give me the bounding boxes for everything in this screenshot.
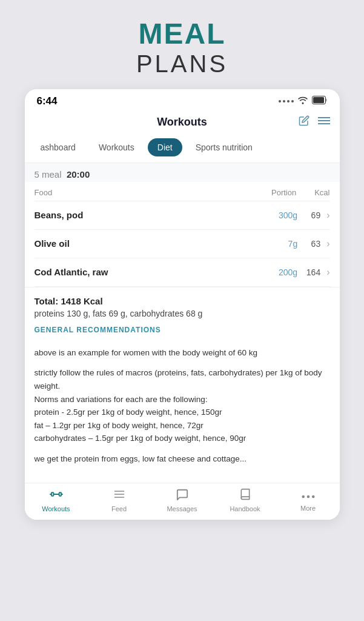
svg-point-14: [306, 495, 309, 498]
food-values: 200g 164 ›: [273, 267, 329, 278]
food-name: Cod Atlantic, raw: [35, 267, 108, 277]
nav-item-feed[interactable]: Feed: [101, 488, 137, 512]
food-portion: 200g: [273, 267, 297, 277]
col-portion-kcal-labels: Portion Kcal: [271, 188, 330, 197]
food-kcal: 69: [303, 210, 320, 220]
menu-icon[interactable]: [318, 116, 330, 129]
page-title-meal: MEAL: [136, 18, 228, 50]
bottom-nav: Workouts Feed Messages: [25, 483, 340, 520]
table-row[interactable]: Cod Atlantic, raw 200g 164 ›: [35, 258, 330, 287]
battery-icon: [312, 96, 328, 107]
header-title: Workouts: [157, 116, 207, 129]
recommendation-p3: we get the protein from eggs, low fat ch…: [35, 452, 330, 466]
tab-workouts[interactable]: Workouts: [89, 138, 144, 156]
nav-workouts-label: Workouts: [42, 505, 70, 512]
macros-line: proteins 130 g, fats 69 g, carbohydrates…: [35, 309, 330, 318]
tab-sports-nutrition[interactable]: Sports nutrition: [186, 138, 262, 156]
meal-number: 5 meal: [35, 169, 62, 180]
page-title-container: MEAL PLANS: [136, 18, 228, 77]
tab-diet[interactable]: Diet: [148, 138, 182, 156]
phone-frame: 6:44 Workouts: [25, 89, 340, 520]
meal-time-value: 20:00: [67, 169, 90, 180]
more-icon: [302, 489, 315, 503]
food-table-header: Food Portion Kcal: [35, 182, 330, 201]
col-portion-label: Portion: [271, 188, 296, 197]
nav-item-more[interactable]: More: [290, 489, 326, 512]
food-portion: 7g: [273, 239, 297, 249]
nav-item-handbook[interactable]: Handbook: [227, 488, 263, 512]
nav-feed-label: Feed: [111, 505, 127, 512]
workouts-icon: [50, 488, 63, 503]
page-title-plans: PLANS: [136, 50, 228, 77]
status-icons: [279, 96, 328, 107]
svg-point-15: [311, 495, 314, 498]
header-actions: [299, 115, 330, 129]
chevron-right-icon: ›: [326, 210, 329, 221]
nav-more-label: More: [300, 505, 316, 512]
nav-item-workouts[interactable]: Workouts: [38, 488, 74, 512]
food-name: Beans, pod: [35, 210, 84, 220]
table-row[interactable]: Olive oil 7g 63 ›: [35, 230, 330, 258]
food-values: 300g 69 ›: [273, 210, 329, 221]
svg-point-13: [302, 495, 305, 498]
nav-item-messages[interactable]: Messages: [164, 488, 200, 512]
meal-header: 5 meal 20:00: [35, 169, 330, 180]
wifi-icon: [297, 96, 308, 107]
svg-rect-1: [313, 97, 324, 103]
signal-icon: [279, 100, 294, 102]
edit-icon[interactable]: [299, 115, 309, 129]
nav-tabs: ashboard Workouts Diet Sports nutrition: [25, 135, 340, 163]
table-row[interactable]: Beans, pod 300g 69 ›: [35, 201, 330, 230]
food-values: 7g 63 ›: [273, 238, 329, 249]
feed-icon: [113, 488, 125, 503]
recommendation-p2: strictly follow the rules of macros (pro…: [35, 366, 330, 445]
food-portion: 300g: [273, 210, 297, 220]
status-bar: 6:44: [25, 89, 340, 111]
handbook-icon: [239, 488, 251, 503]
total-kcal: Total: 1418 Kcal: [35, 296, 330, 306]
food-table: Food Portion Kcal Beans, pod 300g 69 › O…: [25, 182, 340, 287]
meal-section: 5 meal 20:00: [25, 163, 340, 182]
tab-dashboard[interactable]: ashboard: [31, 138, 85, 156]
recommendation-p1: above is an example for women with the b…: [35, 346, 330, 360]
chevron-right-icon: ›: [326, 267, 329, 278]
col-food-label: Food: [35, 188, 53, 197]
chevron-right-icon: ›: [326, 238, 329, 249]
app-header: Workouts: [25, 111, 340, 135]
status-time: 6:44: [37, 95, 58, 107]
food-name: Olive oil: [35, 238, 70, 249]
totals-section: Total: 1418 Kcal proteins 130 g, fats 69…: [25, 287, 340, 346]
recommendations-heading: GENERAL RECOMMENDATIONS: [35, 326, 330, 334]
food-kcal: 63: [303, 239, 320, 249]
food-kcal: 164: [303, 267, 320, 277]
col-kcal-label: Kcal: [314, 188, 329, 197]
messages-icon: [176, 488, 189, 503]
nav-handbook-label: Handbook: [230, 505, 260, 512]
nav-messages-label: Messages: [167, 505, 197, 512]
recommendations-text: above is an example for women with the b…: [25, 346, 340, 483]
